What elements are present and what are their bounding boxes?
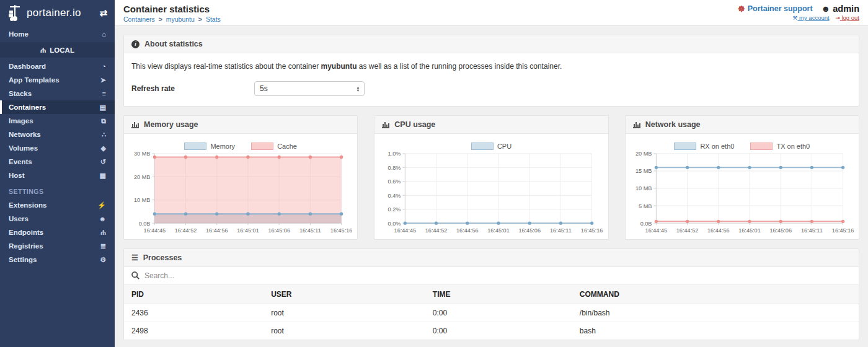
- sidebar-item-users[interactable]: Users ☻: [0, 212, 115, 226]
- endpoint-header-local[interactable]: Ψ LOCAL: [0, 42, 115, 58]
- cell-time: 0:00: [425, 304, 572, 322]
- svg-text:0.6%: 0.6%: [388, 178, 401, 185]
- column-header-time: TIME: [425, 285, 572, 304]
- refresh-rate-select[interactable]: 5s ▴▾: [254, 81, 365, 96]
- sidebar-item-dashboard[interactable]: Dashboard ◔: [0, 59, 115, 73]
- collapse-sidebar-icon[interactable]: ⇄: [99, 7, 107, 19]
- table-row: 2498 root 0:00 bash: [124, 322, 859, 340]
- svg-text:16:44:52: 16:44:52: [175, 227, 197, 234]
- server-icon: ▤: [100, 103, 106, 112]
- svg-text:1.0%: 1.0%: [388, 151, 401, 157]
- log-out-link[interactable]: ⇥ log out: [835, 14, 859, 21]
- legend-swatch: [674, 143, 696, 150]
- column-header-command: COMMAND: [572, 285, 859, 304]
- svg-text:10 MB: 10 MB: [134, 197, 150, 203]
- memory-usage-panel: Memory usage MemoryCache 0.0B10 MB20 MB3…: [123, 115, 358, 240]
- cpu-chart: CPU 0.0%0.2%0.4%0.6%0.8%1.0%16:44:4516:4…: [374, 134, 608, 239]
- sidebar-item-label: Host: [9, 172, 25, 179]
- svg-text:16:45:16: 16:45:16: [831, 227, 854, 234]
- sidebar-item-label: App Templates: [9, 76, 60, 84]
- breadcrumb: Containers > myubuntu > Stats: [123, 15, 221, 23]
- svg-text:16:44:56: 16:44:56: [456, 227, 479, 234]
- legend-item: RX on eth0: [674, 143, 734, 150]
- sidebar-item-label: Images: [9, 117, 33, 125]
- svg-text:16:45:06: 16:45:06: [519, 227, 541, 234]
- cell-time: 0:00: [425, 322, 572, 340]
- sidebar-item-endpoints[interactable]: Endpoints Ψ: [0, 226, 115, 239]
- table-row: 2436 root 0:00 /bin/bash: [124, 304, 859, 322]
- network-chart: RX on eth0TX on eth0 0.0B5 MB10 MB15 MB2…: [626, 134, 859, 239]
- legend-label: RX on eth0: [700, 143, 734, 150]
- cell-user: root: [264, 304, 425, 322]
- chart-svg: 0.0%0.2%0.4%0.6%0.8%1.0%16:44:4516:44:52…: [379, 150, 603, 238]
- sidebar-item-label: Events: [9, 158, 32, 165]
- sidebar-item-host[interactable]: Host ▦: [0, 169, 115, 182]
- about-panel-title: About statistics: [144, 40, 203, 48]
- svg-text:0.0B: 0.0B: [640, 221, 652, 227]
- sidebar-item-volumes[interactable]: Volumes ◈: [0, 141, 115, 155]
- breadcrumb-separator: >: [197, 15, 204, 23]
- svg-text:16:45:16: 16:45:16: [581, 227, 603, 234]
- sidebar-item-extensions[interactable]: Extensions ⚡: [0, 198, 115, 212]
- logo[interactable]: portainer.io ⇄: [0, 0, 115, 26]
- legend-label: Memory: [210, 143, 235, 150]
- chart-legend: CPU: [379, 143, 603, 150]
- legend-swatch: [251, 143, 273, 150]
- legend-item: Cache: [251, 143, 297, 150]
- svg-text:16:44:45: 16:44:45: [394, 227, 417, 234]
- refresh-rate-value: 5s: [260, 84, 268, 93]
- svg-text:16:44:52: 16:44:52: [676, 227, 698, 234]
- plug-icon: Ψ: [100, 229, 106, 236]
- table-header-row: PID USER TIME COMMAND: [124, 285, 859, 304]
- processes-table: PID USER TIME COMMAND 2436 root 0:00 /bi…: [124, 285, 859, 340]
- sidebar-item-stacks[interactable]: Stacks ≡: [0, 87, 115, 100]
- sidebar-item-label: Networks: [9, 131, 41, 138]
- breadcrumb-container-name[interactable]: myubuntu: [166, 15, 195, 23]
- sidebar-item-containers[interactable]: Containers ▤: [0, 100, 115, 114]
- sidebar-item-registries[interactable]: Registries ≣: [0, 239, 115, 253]
- legend-label: TX on eth0: [776, 143, 810, 150]
- breadcrumb-containers[interactable]: Containers: [123, 15, 155, 23]
- list-icon: ≡: [102, 90, 106, 97]
- logo-text: portainer.io: [27, 7, 81, 19]
- column-header-user: USER: [264, 285, 425, 304]
- home-icon: ⌂: [102, 30, 106, 38]
- main-area: Container statistics Containers > myubun…: [115, 0, 868, 347]
- sidebar-item-app-templates[interactable]: App Templates ➤: [0, 73, 115, 87]
- search-input[interactable]: [144, 271, 851, 280]
- svg-text:16:45:16: 16:45:16: [330, 227, 353, 234]
- chart-svg: 0.0B10 MB20 MB30 MB16:44:4516:44:5216:44…: [129, 150, 352, 238]
- grid-icon: ▦: [100, 172, 106, 180]
- cell-command: bash: [572, 322, 859, 340]
- logged-in-user: ☻ admin: [822, 4, 859, 14]
- sidebar-item-label: Home: [9, 30, 29, 38]
- svg-text:0.0B: 0.0B: [139, 221, 151, 227]
- network-panel-header: Network usage: [626, 116, 859, 134]
- info-icon: i: [131, 40, 140, 48]
- svg-text:5 MB: 5 MB: [639, 203, 652, 209]
- search-bar: [124, 267, 859, 285]
- sidebar-item-label: Endpoints: [9, 229, 43, 236]
- svg-text:20 MB: 20 MB: [134, 174, 150, 180]
- svg-text:0.0%: 0.0%: [388, 221, 401, 227]
- cpu-usage-panel: CPU usage CPU 0.0%0.2%0.4%0.6%0.8%1.0%16…: [374, 115, 608, 240]
- cell-user: root: [264, 322, 425, 340]
- user-circle-icon: ☻: [822, 4, 831, 14]
- sidebar-item-home[interactable]: Home ⌂: [0, 26, 115, 42]
- svg-text:0.8%: 0.8%: [388, 165, 401, 171]
- wrench-icon: ⚒: [792, 15, 797, 21]
- user-block: ☸ Portainer support ☻ admin ⚒ my account…: [738, 4, 859, 25]
- cell-pid: 2498: [124, 322, 264, 340]
- about-statistics-panel: i About statistics This view displays re…: [123, 35, 859, 107]
- sidebar-item-networks[interactable]: Networks ∴: [0, 128, 115, 141]
- chart-title: Network usage: [645, 120, 701, 129]
- sidebar-item-events[interactable]: Events ↺: [0, 155, 115, 169]
- sidebar-item-images[interactable]: Images ⧉: [0, 114, 115, 128]
- sidebar-item-settings[interactable]: Settings ⚙: [0, 253, 115, 266]
- layers-icon: ⧉: [101, 117, 106, 125]
- my-account-link[interactable]: ⚒ my account: [792, 14, 829, 21]
- legend-swatch: [750, 143, 773, 150]
- chart-title: CPU usage: [394, 120, 435, 129]
- about-description: This view displays real-time statistics …: [131, 62, 851, 71]
- portainer-support-link[interactable]: ☸ Portainer support: [738, 4, 813, 14]
